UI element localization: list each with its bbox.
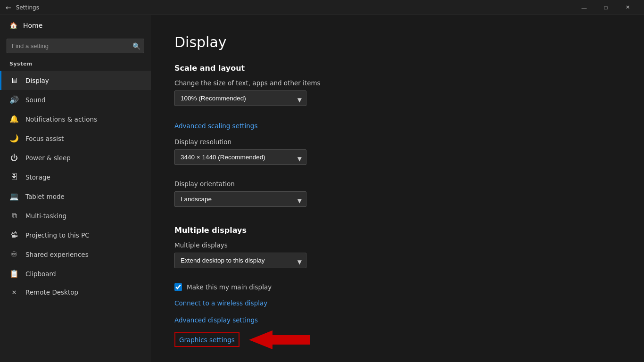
back-icon[interactable]: ←	[6, 4, 11, 11]
sidebar-item-notifications[interactable]: 🔔 Notifications & actions	[0, 109, 151, 129]
sidebar-item-display[interactable]: 🖥 Display	[0, 71, 151, 90]
maximize-button[interactable]: □	[595, 0, 617, 15]
title-bar: ← Settings — □ ✕	[0, 0, 644, 15]
sidebar-section-label: System	[0, 59, 151, 71]
clipboard-icon: 📋	[9, 269, 19, 278]
multiple-displays-label: Multiple displays	[174, 241, 620, 249]
resolution-dropdown-wrapper: 3440 × 1440 (Recommended) 2560 × 1440 19…	[174, 149, 306, 168]
sidebar-item-multitasking[interactable]: ⧉ Multi-tasking	[0, 206, 151, 225]
scale-section-title: Scale and layout	[174, 64, 620, 73]
display-icon: 🖥	[9, 76, 19, 85]
sound-icon: 🔊	[9, 95, 19, 104]
minimize-button[interactable]: —	[573, 0, 595, 15]
sidebar-item-power[interactable]: ⏻ Power & sleep	[0, 148, 151, 167]
svg-marker-0	[249, 330, 310, 349]
projecting-icon: 📽	[9, 230, 19, 239]
orientation-dropdown[interactable]: Landscape Portrait Landscape (flipped) P…	[174, 191, 306, 207]
home-label: Home	[23, 22, 42, 29]
sidebar-item-storage[interactable]: 🗄 Storage	[0, 167, 151, 187]
sidebar-item-label-power: Power & sleep	[25, 154, 71, 162]
close-button[interactable]: ✕	[617, 0, 638, 15]
scale-dropdown-wrapper: 100% (Recommended) 125% 150% 175% ▼	[174, 90, 306, 109]
tablet-icon: 💻	[9, 192, 19, 201]
sidebar: 🏠 Home 🔍 System 🖥 Display 🔊 Sound 🔔 Noti…	[0, 15, 151, 362]
page-title: Display	[174, 34, 620, 50]
orientation-dropdown-wrapper: Landscape Portrait Landscape (flipped) P…	[174, 191, 306, 210]
scale-label: Change the size of text, apps and other …	[174, 79, 620, 87]
resolution-dropdown[interactable]: 3440 × 1440 (Recommended) 2560 × 1440 19…	[174, 149, 306, 165]
connect-wireless-link[interactable]: Connect to a wireless display	[174, 299, 267, 307]
window-title: Settings	[16, 4, 39, 11]
sidebar-item-remote[interactable]: ✕ Remote Desktop	[0, 283, 151, 301]
sidebar-item-label-focus: Focus assist	[25, 135, 64, 142]
search-icon[interactable]: 🔍	[132, 42, 140, 50]
main-display-checkbox-row: Make this my main display	[174, 283, 620, 291]
sidebar-item-label-notifications: Notifications & actions	[25, 115, 97, 123]
sidebar-item-label-projecting: Projecting to this PC	[25, 231, 90, 239]
sidebar-item-focus[interactable]: 🌙 Focus assist	[0, 129, 151, 148]
multiple-displays-dropdown-wrapper: Extend desktop to this display Duplicate…	[174, 253, 306, 271]
resolution-setting-group: Display resolution 3440 × 1440 (Recommen…	[174, 138, 620, 171]
orientation-label: Display orientation	[174, 180, 620, 188]
remote-icon: ✕	[9, 289, 19, 296]
sidebar-home[interactable]: 🏠 Home	[0, 15, 151, 36]
sidebar-item-clipboard[interactable]: 📋 Clipboard	[0, 264, 151, 283]
power-icon: ⏻	[9, 153, 19, 162]
sidebar-item-shared[interactable]: ♾ Shared experiences	[0, 245, 151, 264]
main-display-checkbox[interactable]	[174, 283, 182, 291]
sidebar-item-projecting[interactable]: 📽 Projecting to this PC	[0, 225, 151, 245]
sidebar-item-label-multitasking: Multi-tasking	[25, 212, 66, 220]
multiple-displays-setting-group: Multiple displays Extend desktop to this…	[174, 241, 620, 274]
multitasking-icon: ⧉	[9, 211, 19, 220]
multiple-displays-dropdown[interactable]: Extend desktop to this display Duplicate…	[174, 253, 306, 268]
sidebar-item-sound[interactable]: 🔊 Sound	[0, 90, 151, 109]
home-icon: 🏠	[9, 22, 17, 29]
sidebar-item-label-shared: Shared experiences	[25, 251, 89, 258]
graphics-link-row: Graphics settings	[174, 330, 620, 349]
advanced-display-link[interactable]: Advanced display settings	[174, 316, 258, 324]
graphics-settings-box: Graphics settings	[174, 332, 239, 347]
sidebar-item-tablet[interactable]: 💻 Tablet mode	[0, 187, 151, 206]
scale-dropdown[interactable]: 100% (Recommended) 125% 150% 175%	[174, 90, 306, 106]
sidebar-search: 🔍	[7, 39, 144, 53]
main-display-label[interactable]: Make this my main display	[187, 283, 272, 291]
notifications-icon: 🔔	[9, 115, 19, 123]
sidebar-item-label-display: Display	[25, 77, 49, 84]
orientation-setting-group: Display orientation Landscape Portrait L…	[174, 180, 620, 213]
sidebar-item-label-tablet: Tablet mode	[25, 193, 65, 200]
shared-icon: ♾	[9, 250, 19, 259]
sidebar-item-label-remote: Remote Desktop	[25, 288, 78, 296]
annotation-arrow	[249, 330, 310, 349]
resolution-label: Display resolution	[174, 138, 620, 146]
storage-icon: 🗄	[9, 173, 19, 181]
main-panel: Display Scale and layout Change the size…	[151, 15, 644, 362]
multiple-displays-section-title: Multiple displays	[174, 226, 620, 235]
advanced-scaling-link[interactable]: Advanced scaling settings	[174, 122, 257, 130]
sidebar-item-label-clipboard: Clipboard	[25, 270, 56, 278]
focus-icon: 🌙	[9, 134, 19, 143]
graphics-settings-link[interactable]: Graphics settings	[179, 336, 235, 344]
app-body: 🏠 Home 🔍 System 🖥 Display 🔊 Sound 🔔 Noti…	[0, 15, 644, 362]
window-controls: — □ ✕	[573, 0, 638, 15]
sidebar-item-label-sound: Sound	[25, 96, 46, 104]
scale-setting-group: Change the size of text, apps and other …	[174, 79, 620, 112]
search-input[interactable]	[7, 39, 144, 53]
sidebar-item-label-storage: Storage	[25, 173, 50, 181]
